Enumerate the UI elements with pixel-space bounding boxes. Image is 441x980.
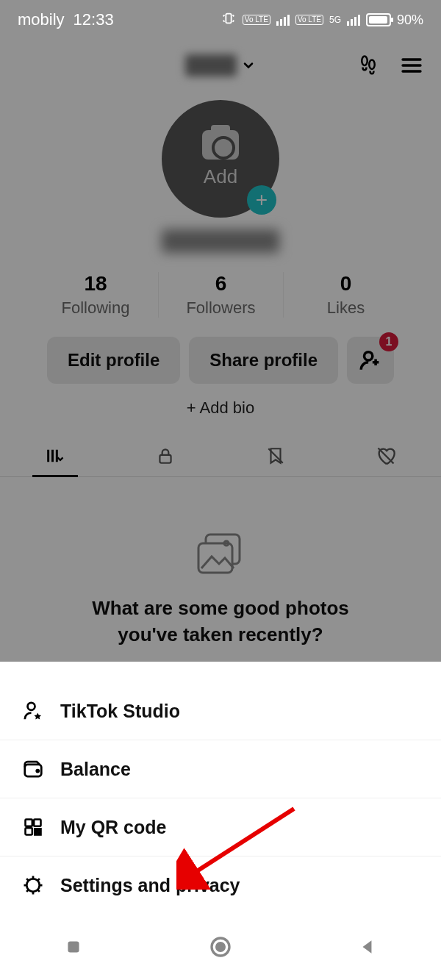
sheet-item-qr[interactable]: My QR code (0, 798, 441, 856)
battery-icon (366, 13, 391, 26)
android-navbar (0, 914, 441, 980)
svg-rect-16 (35, 833, 36, 834)
qr-icon (21, 815, 46, 840)
stats-row: 18 Following 6 Followers 0 Likes (0, 272, 441, 318)
svg-rect-13 (26, 828, 32, 834)
profile-tabs (0, 435, 441, 477)
settings-label: Settings and privacy (60, 875, 240, 896)
svg-point-18 (26, 879, 40, 892)
signal-bars-1 (276, 15, 290, 26)
prompt-line1: What are some good photos (29, 595, 412, 621)
qr-label: My QR code (60, 817, 166, 838)
svg-rect-4 (159, 455, 171, 463)
share-profile-button[interactable]: Share profile (189, 337, 338, 384)
svg-point-2 (369, 60, 375, 70)
signal-bars-2 (347, 15, 360, 26)
hamburger-menu-icon[interactable] (400, 54, 423, 77)
svg-rect-14 (35, 829, 37, 831)
network-label: 5G (329, 15, 341, 25)
friend-request-badge: 1 (379, 332, 398, 351)
avatar-add[interactable]: Add + (162, 100, 279, 218)
svg-rect-6 (198, 543, 232, 573)
account-switcher[interactable] (185, 54, 256, 76)
stat-likes[interactable]: 0 Likes (283, 272, 408, 318)
feed-icon (45, 446, 65, 466)
stat-following[interactable]: 18 Following (33, 272, 158, 318)
heart-hidden-icon (376, 446, 396, 466)
sheet-item-settings[interactable]: Settings and privacy (0, 856, 441, 914)
clock: 12:33 (74, 10, 114, 29)
svg-rect-15 (39, 829, 40, 830)
svg-rect-17 (38, 832, 41, 835)
svg-point-3 (365, 352, 373, 360)
edit-profile-button[interactable]: Edit profile (47, 337, 180, 384)
wallet-icon (21, 757, 46, 782)
tab-private[interactable] (110, 435, 220, 476)
lock-icon (156, 446, 175, 465)
svg-rect-11 (26, 820, 32, 826)
camera-icon (202, 130, 239, 160)
likes-count: 0 (284, 272, 408, 296)
photos-icon (29, 529, 412, 580)
volte-badge-1: Vo LTE (243, 15, 270, 25)
tab-feed[interactable] (0, 435, 110, 476)
vibrate-icon (220, 10, 237, 30)
username-redacted (185, 54, 237, 76)
add-bio-button[interactable]: + Add bio (0, 398, 441, 418)
likes-label: Likes (284, 298, 408, 318)
svg-rect-0 (226, 13, 231, 23)
person-plus-icon (358, 348, 383, 373)
prompt-line2: you've taken recently? (29, 621, 412, 648)
carrier-label: mobily (18, 10, 65, 29)
app-header (0, 40, 441, 91)
svg-point-8 (28, 703, 35, 710)
tab-saved[interactable] (220, 435, 331, 476)
chevron-down-icon (241, 58, 256, 73)
sheet-item-studio[interactable]: TikTok Studio (0, 682, 441, 740)
bookmark-hidden-icon (266, 446, 285, 465)
following-label: Following (33, 298, 158, 318)
status-bar: mobily 12:33 Vo LTE Vo LTE 5G 90% (0, 0, 441, 40)
svg-point-1 (362, 57, 368, 66)
footprints-icon[interactable] (357, 54, 379, 76)
avatar-add-label: Add (204, 165, 237, 188)
tab-liked[interactable] (331, 435, 441, 476)
following-count: 18 (33, 272, 158, 296)
svg-point-10 (37, 770, 39, 772)
nav-recent-button[interactable] (59, 932, 88, 962)
svg-rect-12 (34, 820, 40, 826)
nav-back-button[interactable] (353, 932, 382, 962)
battery-percent: 90% (397, 12, 423, 28)
person-star-icon (21, 698, 46, 723)
gear-icon (21, 873, 46, 898)
handle-redacted (162, 229, 279, 253)
svg-point-22 (217, 943, 225, 951)
svg-rect-20 (68, 941, 79, 952)
followers-count: 6 (159, 272, 283, 296)
followers-label: Followers (159, 298, 283, 318)
add-friends-button[interactable]: 1 (347, 337, 394, 384)
sheet-item-balance[interactable]: Balance (0, 740, 441, 798)
volte-badge-2: Vo LTE (295, 15, 323, 25)
stat-followers[interactable]: 6 Followers (158, 272, 283, 318)
studio-label: TikTok Studio (60, 701, 180, 722)
nav-home-button[interactable] (206, 932, 235, 962)
plus-badge-icon: + (247, 185, 276, 215)
balance-label: Balance (60, 759, 131, 780)
